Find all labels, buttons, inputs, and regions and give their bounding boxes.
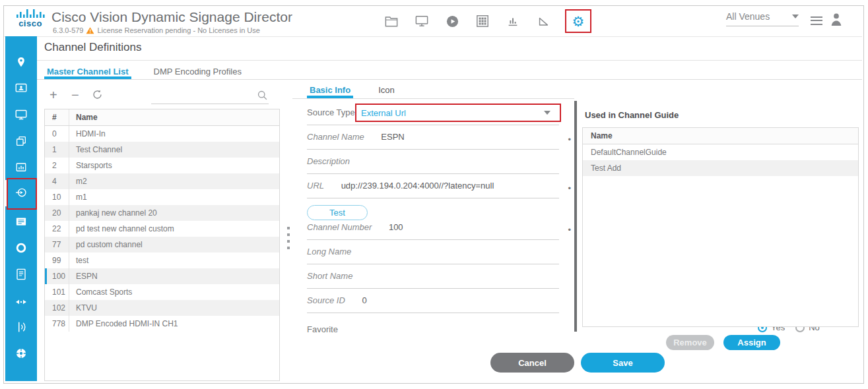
search-input[interactable] xyxy=(151,104,269,104)
cisco-logo: cisco xyxy=(13,9,48,27)
chevron-down-icon xyxy=(544,111,551,115)
list-item[interactable]: Test Add xyxy=(583,160,858,176)
sidebar-item-media[interactable] xyxy=(14,160,28,175)
sidebar-highlight-box xyxy=(7,178,37,210)
page-title: Channel Definitions xyxy=(44,41,141,54)
header-divider xyxy=(4,36,862,37)
add-channel-button[interactable]: + xyxy=(50,88,57,102)
guide-col-name: Name xyxy=(591,131,613,140)
list-toolbar: + − xyxy=(44,88,280,106)
sidebar-item-transfer[interactable] xyxy=(14,295,28,309)
source-id-value: 0 xyxy=(362,295,366,305)
table-row[interactable]: 0HDMI-In xyxy=(45,126,279,142)
col-header-num: # xyxy=(45,109,69,125)
form-tabs: Basic Info Icon xyxy=(292,83,574,99)
table-row[interactable]: 101Comcast Sports xyxy=(45,284,279,300)
test-button[interactable]: Test xyxy=(307,205,368,220)
app-window: cisco Cisco Vision Dynamic Signage Direc… xyxy=(0,0,868,389)
table-row[interactable]: 778DMP Encoded HDMI-IN CH1 xyxy=(45,316,279,332)
remove-button[interactable]: Remove xyxy=(666,335,714,350)
assign-button[interactable]: Assign xyxy=(723,335,780,350)
cancel-button[interactable]: Cancel xyxy=(490,353,574,373)
venue-selector-value: All Venues xyxy=(726,11,770,22)
sidebar-item-content[interactable] xyxy=(14,134,28,148)
schedule-icon[interactable] xyxy=(474,13,491,30)
channel-name-field[interactable]: Channel Name ESPN • xyxy=(307,132,559,150)
library-icon[interactable] xyxy=(383,13,400,30)
refresh-icon[interactable] xyxy=(92,88,103,103)
remove-channel-button[interactable]: − xyxy=(71,88,79,102)
display-icon[interactable] xyxy=(413,13,430,30)
table-row[interactable]: 4m2 xyxy=(45,173,279,189)
short-name-label: Short Name xyxy=(307,271,352,281)
warning-icon xyxy=(86,26,94,34)
guide-panel-title: Used in Channel Guide xyxy=(585,110,679,120)
search-icon[interactable] xyxy=(257,90,268,104)
analytics-icon[interactable] xyxy=(504,13,521,30)
sidebar-nav xyxy=(5,36,37,381)
sidebar-item-broadcast[interactable] xyxy=(14,320,28,334)
channel-table-body: 0HDMI-In 1Test Channel 2Starsports 4m2 1… xyxy=(45,126,279,332)
list-item[interactable]: DefaultChannelGuide xyxy=(583,144,858,160)
long-name-label: Long Name xyxy=(307,247,351,256)
favorite-label: Favorite xyxy=(307,324,338,334)
settings-gear-icon[interactable]: ⚙ xyxy=(565,9,591,33)
top-bar: cisco Cisco Vision Dynamic Signage Direc… xyxy=(4,6,862,36)
venue-selector[interactable]: All Venues xyxy=(726,11,799,26)
tab-dmp-encoding-profiles[interactable]: DMP Encoding Profiles xyxy=(151,65,244,79)
source-type-dropdown[interactable]: External Url xyxy=(355,104,561,122)
url-value: udp://239.194.0.204:4000//?latency=null xyxy=(341,181,494,191)
favorite-field: Favorite Yes No xyxy=(307,324,559,338)
sidebar-item-displays[interactable] xyxy=(14,107,28,122)
url-field[interactable]: URL udp://239.194.0.204:4000//?latency=n… xyxy=(307,181,559,198)
reports-triangle-icon[interactable] xyxy=(535,13,552,30)
channel-number-field[interactable]: Channel Number 100 • xyxy=(307,222,559,240)
channel-table: # Name 0HDMI-In 1Test Channel 2Starsport… xyxy=(44,109,280,381)
sidebar-item-system[interactable] xyxy=(14,346,28,361)
play-icon[interactable] xyxy=(444,13,461,30)
tab-basic-info[interactable]: Basic Info xyxy=(307,83,353,98)
sidebar-item-playlists[interactable] xyxy=(14,214,28,229)
license-warning-text: License Reservation pending - No License… xyxy=(97,26,259,34)
channel-number-value: 100 xyxy=(389,222,403,232)
short-name-field[interactable]: Short Name xyxy=(307,271,559,289)
required-marker: • xyxy=(568,135,571,144)
sidebar-item-workstations[interactable] xyxy=(14,81,28,96)
sidebar-item-scripts[interactable] xyxy=(14,267,28,282)
panel-drag-handle[interactable] xyxy=(286,227,291,249)
user-icon[interactable] xyxy=(829,11,844,30)
title-divider xyxy=(37,60,862,61)
source-id-field[interactable]: Source ID 0 xyxy=(307,295,559,313)
col-header-name: Name xyxy=(69,109,279,125)
source-id-label: Source ID xyxy=(307,295,345,305)
guide-table-body: DefaultChannelGuide Test Add xyxy=(583,144,858,176)
table-row[interactable]: 102KTVU xyxy=(45,300,279,316)
table-row[interactable]: 2Starsports xyxy=(45,158,279,173)
channel-number-label: Channel Number xyxy=(307,222,372,232)
tab-master-channel-list[interactable]: Master Channel List xyxy=(44,65,131,79)
table-row-selected[interactable]: 100ESPN xyxy=(45,268,279,284)
top-toolbar: ⚙ xyxy=(383,9,591,34)
tab-icon[interactable]: Icon xyxy=(376,83,397,98)
save-button[interactable]: Save xyxy=(581,353,665,373)
table-row[interactable]: 20pankaj new channel 20 xyxy=(45,205,279,221)
table-row[interactable]: 22pd test new channel custom xyxy=(45,221,279,237)
table-row[interactable]: 10m1 xyxy=(45,189,279,205)
table-row[interactable]: 1Test Channel xyxy=(45,142,279,158)
app-title: Cisco Vision Dynamic Signage Director xyxy=(51,9,292,25)
description-field[interactable]: Description xyxy=(307,156,559,174)
chevron-down-icon xyxy=(792,15,799,18)
sidebar-item-location[interactable] xyxy=(14,55,28,69)
long-name-field[interactable]: Long Name xyxy=(307,247,559,264)
vertical-splitter[interactable] xyxy=(574,101,577,332)
url-label: URL xyxy=(307,181,324,191)
table-row[interactable]: 99test xyxy=(45,253,279,268)
sidebar-item-sync[interactable] xyxy=(14,241,28,255)
guide-table-header: Name xyxy=(583,128,858,144)
menu-icon[interactable] xyxy=(811,14,822,27)
table-row[interactable]: 77pd custom channel xyxy=(45,237,279,253)
guide-table: Name DefaultChannelGuide Test Add xyxy=(582,127,859,327)
source-type-value: External Url xyxy=(361,108,406,118)
source-type-field: Source Type External Url xyxy=(307,107,559,125)
channel-name-label: Channel Name xyxy=(307,132,364,142)
